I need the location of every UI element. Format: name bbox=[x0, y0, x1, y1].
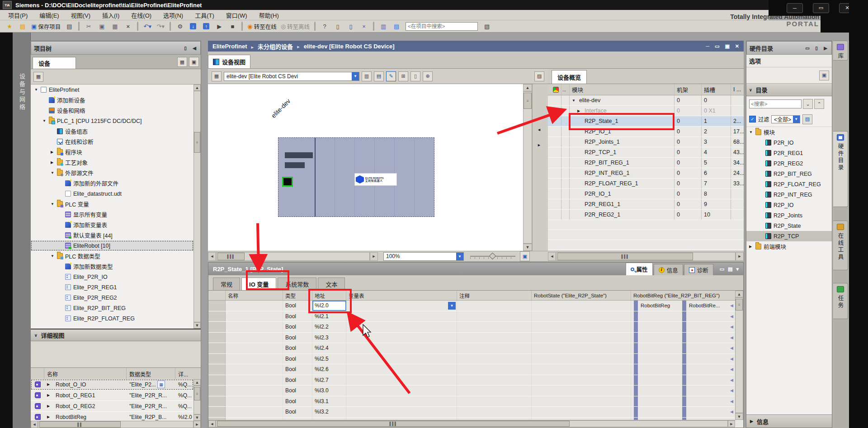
expander-icon[interactable]: ▶ bbox=[51, 160, 57, 165]
tag-address-cell[interactable]: %I2.6 bbox=[312, 364, 346, 375]
download-to-device-button[interactable]: ↓ bbox=[187, 21, 199, 31]
tag-table-cell[interactable]: ▼ bbox=[346, 386, 457, 396]
elite-dev-device-graphic[interactable]: ELITE ROBOTS 艾利特机器人 bbox=[278, 137, 434, 217]
detail-scrollbar[interactable]: ▲ ≡ ▼ bbox=[193, 379, 201, 421]
chevron-down-icon[interactable]: ▼ bbox=[448, 302, 456, 310]
catalog-item[interactable]: P2R_IO bbox=[746, 137, 832, 148]
side-tab-libraries[interactable]: 库 bbox=[833, 41, 848, 61]
tree-window-button[interactable]: ▣ bbox=[189, 57, 199, 67]
expander-icon[interactable]: ▶ bbox=[47, 393, 53, 397]
catalog-item[interactable]: P2R_REG1 bbox=[746, 148, 832, 158]
device-selector[interactable]: elite-dev [Elite Robot CS Devi ▼ bbox=[224, 72, 359, 81]
io-tag-row[interactable]: Bool %I3.0 ▼ RobotBitReg RobotBitRe... ◀ bbox=[208, 386, 735, 396]
panel-expand-icon[interactable]: ▶ bbox=[822, 46, 829, 51]
catalog-info-section[interactable]: ▶ 信息 bbox=[746, 414, 832, 428]
col-robotbitreg[interactable]: RobotBitReg ("Elite_R2P_BIT_REG") bbox=[631, 291, 735, 300]
io-tags-hscrollbar[interactable]: ◄ ▌▌▌ ► bbox=[208, 420, 735, 428]
tag-comment-cell[interactable] bbox=[457, 386, 532, 396]
expander-icon[interactable]: ▼ bbox=[34, 88, 41, 92]
device-view-canvas[interactable]: elite-dev ELITE ROBOTS 艾利特机器人 bbox=[208, 84, 524, 251]
tag-name-cell[interactable] bbox=[226, 311, 283, 322]
device-overview-row[interactable]: P2R_REG2_1 0 10 bbox=[548, 210, 744, 220]
menu-item[interactable]: 编辑(E) bbox=[39, 11, 59, 19]
undo-button[interactable]: ↶▾ bbox=[142, 21, 153, 31]
expander-icon[interactable]: ▶ bbox=[47, 404, 53, 408]
value-picker-icon[interactable]: ▦ bbox=[157, 381, 165, 388]
detail-view-row[interactable]: ▶Robot_O_IO "Elite_P2...▦ %Q... bbox=[31, 379, 193, 390]
col-comment[interactable]: 注释 bbox=[457, 291, 532, 300]
device-overview-row[interactable]: R2P_TCP_1 0 4 43... bbox=[548, 147, 744, 158]
detail-hscrollbar[interactable]: ◄ ▌▌ ► bbox=[31, 421, 201, 428]
inspector-tab[interactable]: 属性 bbox=[626, 263, 653, 275]
tag-name-cell[interactable] bbox=[226, 375, 283, 386]
properties-subtab[interactable]: 文本 bbox=[318, 277, 345, 290]
catalog-item[interactable]: R2P_State bbox=[746, 221, 832, 231]
splitter-right-icon[interactable]: ► bbox=[537, 143, 541, 147]
search-up-icon[interactable]: ⌃ bbox=[814, 99, 824, 109]
detail-view-header[interactable]: ∨ 详细视图 bbox=[31, 329, 201, 341]
detail-col-name[interactable]: 名称 bbox=[44, 368, 127, 380]
detail-view-row[interactable]: ▶Robot_O_REG2 "Elite_P2R_R...▦ %Q... bbox=[31, 401, 193, 412]
detail-col-detail[interactable]: 详... bbox=[175, 368, 193, 380]
tree-filter-button[interactable]: ▦ bbox=[33, 72, 43, 82]
catalog-item[interactable]: R2P_TCP bbox=[746, 231, 832, 241]
tree-item[interactable]: ▼ PLC 数据类型 bbox=[31, 251, 193, 261]
new-project-button[interactable]: ★ bbox=[4, 21, 15, 31]
device-overview-row[interactable]: P2R_IO_1 0 8 bbox=[548, 189, 744, 199]
expander-icon[interactable]: ▶ bbox=[51, 150, 57, 154]
tree-item[interactable]: 添加新设备 bbox=[31, 95, 193, 105]
tag-comment-cell[interactable] bbox=[457, 354, 532, 364]
zoom-slider[interactable] bbox=[470, 253, 515, 259]
overview-col-module[interactable]: 模块 bbox=[570, 84, 675, 95]
separator[interactable] bbox=[170, 22, 171, 31]
device-overview-row[interactable]: R2P_FLOAT_REG_1 0 7 33... bbox=[548, 179, 744, 189]
tag-address-cell[interactable]: %I2.4 bbox=[312, 343, 346, 353]
tag-address-cell[interactable]: %I2.3 bbox=[312, 333, 346, 343]
tag-name-cell[interactable] bbox=[226, 343, 283, 353]
minimize-button[interactable]: ─ bbox=[787, 3, 803, 13]
tree-scrollbar[interactable]: ▲ ≡ ▼ bbox=[193, 85, 201, 329]
start-cpu-button[interactable]: ▶ bbox=[213, 21, 225, 31]
catalog-item[interactable]: R2P_BIT_REG bbox=[746, 169, 832, 179]
io-tag-row[interactable]: Bool %I2.7 ▼ RobotBitReg RobotBitRe... ◀ bbox=[208, 375, 735, 386]
devices-tab[interactable]: 设备 bbox=[33, 57, 76, 69]
overview-col-iaddr[interactable]: I ... bbox=[731, 84, 744, 95]
overview-col-slot[interactable]: 插槽 bbox=[702, 84, 731, 95]
tag-address-cell[interactable]: %I2.5 bbox=[312, 354, 346, 364]
search-down-icon[interactable]: ⌄ bbox=[803, 99, 813, 109]
catalog-item[interactable]: R2P_IO bbox=[746, 200, 832, 210]
zoom-level-select[interactable]: 100% ▼ bbox=[383, 252, 464, 261]
properties-subtab[interactable]: 常规 bbox=[213, 277, 240, 290]
expander-icon[interactable]: ▼ bbox=[749, 130, 755, 134]
menu-item[interactable]: 在线(O) bbox=[131, 11, 151, 19]
tag-address-cell[interactable]: %I3.0 bbox=[312, 386, 346, 396]
expander-icon[interactable]: ▼ bbox=[42, 119, 49, 123]
go-offline-button[interactable]: ◎ 转至离线 bbox=[279, 21, 311, 31]
separator[interactable] bbox=[373, 22, 374, 31]
devices-networks-vertical-label[interactable]: 设备与网络 bbox=[18, 73, 26, 112]
expander-icon[interactable]: ▶ bbox=[47, 382, 53, 386]
inspector-tab[interactable]: 诊断 bbox=[684, 264, 713, 275]
overview-col-rack[interactable]: 机架 bbox=[675, 84, 702, 95]
accessible-devices-button[interactable]: ? bbox=[319, 21, 330, 31]
tag-address-cell[interactable]: %I2.0 bbox=[312, 301, 346, 311]
cut-button[interactable]: ✂ bbox=[83, 21, 94, 31]
side-tab-tasks[interactable]: 任务 bbox=[833, 283, 848, 319]
tree-item[interactable]: ▶ 程序块 bbox=[31, 147, 193, 157]
device-overview-row[interactable]: ▼elite-dev 0 0 bbox=[548, 95, 744, 106]
tag-comment-cell[interactable] bbox=[457, 364, 532, 375]
device-overview-row[interactable]: R2P_State_1 0 1 2... bbox=[548, 116, 744, 127]
tag-comment-cell[interactable] bbox=[457, 301, 532, 311]
inspector-tab[interactable]: 信息 bbox=[654, 264, 683, 275]
inspector-float-icon[interactable]: ▭ bbox=[720, 266, 724, 272]
io-tag-row[interactable]: Bool %I3.2 ▼ RobotBitReg RobotBitRe... ◀ bbox=[208, 407, 735, 418]
tag-name-cell[interactable] bbox=[226, 386, 283, 396]
tree-item[interactable]: 设备组态 bbox=[31, 126, 193, 136]
tag-table-cell[interactable]: ▼ bbox=[346, 333, 457, 343]
tag-table-cell[interactable]: ▼ bbox=[346, 396, 457, 407]
upload-from-device-button[interactable]: ↑ bbox=[200, 21, 212, 31]
tree-item[interactable]: ▼ PLC_1 [CPU 1215FC DC/DC/DC] bbox=[31, 116, 193, 126]
inspector-collapse-icon[interactable]: ▾ bbox=[736, 266, 739, 272]
compile-button[interactable]: ⚙ bbox=[174, 21, 186, 31]
window-button[interactable]: ▯ bbox=[332, 21, 344, 31]
